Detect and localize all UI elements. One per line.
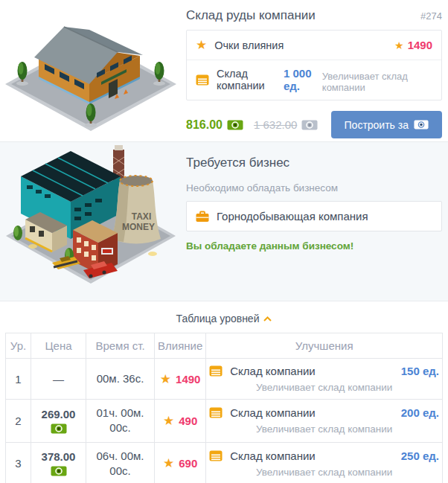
storage-value: 1 000 ед. — [284, 67, 322, 92]
upgrade-value: 150 ед. — [401, 365, 439, 377]
upgrade-name: Склад компании — [230, 450, 315, 462]
money-icon — [51, 466, 67, 476]
chevron-up-icon — [263, 316, 272, 322]
money-icon — [301, 120, 318, 130]
tower-watermark-line2: MONEY — [122, 222, 155, 232]
levels-table: Ур. Цена Время ст. Влияние Улучшения 1 —… — [5, 333, 443, 483]
upgrade-value: 250 ед. — [401, 450, 439, 462]
upgrade-name: Склад компании — [230, 406, 315, 419]
col-influence: Влияние — [155, 333, 206, 359]
briefcase-icon — [196, 211, 209, 223]
table-row: 2 269.00 01ч. 00м. 00с. ★490 — [6, 400, 443, 443]
business-owned-status: Вы обладаете данным бизнесом! — [186, 240, 442, 252]
money-icon — [227, 120, 243, 130]
warehouse-icon — [209, 450, 223, 461]
required-business-section: TAXI MONEY — [0, 141, 448, 301]
table-row: 1 — 00м. 36с. ★1490 Склад компании 150 е… — [6, 359, 443, 400]
levels-table-title: Таблица уровней — [176, 313, 260, 324]
warehouse-image — [0, 0, 182, 141]
warehouse-illustration — [0, 0, 182, 141]
build-button-label: Построить за — [345, 119, 409, 131]
upgrade-cell: Склад компании 200 ед. Увеличивает склад… — [206, 400, 443, 443]
price-row: 816.00 1 632.00 Построить за — [186, 111, 442, 138]
star-icon: ★ — [163, 414, 174, 428]
time-cell: 01ч. 00м. 00с. — [86, 400, 155, 443]
warehouse-icon — [209, 407, 223, 418]
title-row: Склад руды компании #274 — [186, 8, 442, 23]
star-icon: ★ — [394, 39, 404, 51]
star-icon: ★ — [163, 456, 174, 470]
business-link[interactable]: Горнодобывающая компания — [186, 201, 442, 231]
tower-watermark-line1: TAXI — [132, 211, 151, 222]
influence-value: ★1490 — [394, 39, 432, 51]
influence-cell: ★490 — [155, 400, 206, 443]
levels-table-section: Таблица уровней Ур. Цена Время ст. Влиян… — [0, 301, 448, 483]
upgrade-description: Увеличивает склад компании — [209, 467, 439, 478]
build-button[interactable]: Построить за — [331, 111, 442, 138]
level-cell: 3 — [6, 442, 31, 483]
star-icon: ★ — [160, 372, 171, 386]
page-title: Склад руды компании — [186, 8, 316, 23]
storage-description: Увеличивает склад компании — [322, 71, 432, 93]
business-name: Горнодобывающая компания — [217, 210, 368, 223]
influence-row: ★ Очки влияния ★1490 — [187, 31, 441, 60]
upgrade-cell: Склад компании 150 ед. Увеличивает склад… — [206, 359, 443, 400]
price-cell: 378.00 — [31, 442, 86, 483]
influence-label: Очки влияния — [214, 39, 284, 51]
price-cell: 269.00 — [31, 400, 86, 443]
factory-illustration: TAXI MONEY — [0, 142, 182, 295]
money-icon — [51, 423, 67, 434]
storage-label: Склад компании — [217, 68, 284, 92]
influence-cell: ★690 — [155, 442, 206, 483]
star-icon: ★ — [196, 37, 207, 53]
levels-table-toggle[interactable]: Таблица уровней — [5, 313, 443, 324]
col-time: Время ст. — [86, 333, 155, 359]
influence-cell: ★1490 — [155, 359, 206, 400]
price-cell: — — [31, 359, 86, 400]
upgrade-description: Увеличивает склад компании — [209, 423, 439, 435]
money-icon — [414, 120, 429, 129]
factory-image: TAXI MONEY — [0, 142, 182, 301]
time-cell: 00м. 36с. — [86, 359, 155, 400]
storage-row: Склад компании 1 000 ед. Увеличивает скл… — [187, 60, 441, 100]
upgrade-name: Склад компании — [230, 365, 315, 377]
building-stats-card: ★ Очки влияния ★1490 Склад компании 1 00… — [186, 30, 442, 100]
warehouse-icon — [196, 74, 209, 86]
time-cell: 06ч. 00м. 00с. — [86, 442, 155, 483]
table-header-row: Ур. Цена Время ст. Влияние Улучшения — [6, 333, 443, 359]
col-level: Ур. — [6, 333, 31, 359]
warehouse-icon — [209, 365, 223, 377]
level-cell: 1 — [6, 359, 31, 400]
upgrade-value: 200 ед. — [401, 406, 439, 419]
col-price: Цена — [31, 333, 86, 359]
upgrade-description: Увеличивает склад компании — [209, 382, 439, 393]
current-price: 816.00 — [186, 118, 243, 132]
building-id: #274 — [420, 10, 442, 22]
table-row: 3 378.00 06ч. 00м. 00с. ★690 — [6, 442, 443, 483]
required-business-subtitle: Необходимо обладать бизнесом — [186, 182, 442, 193]
required-business-title: Требуется бизнес — [186, 156, 442, 170]
old-price: 1 632.00 — [254, 118, 318, 131]
col-upgrades: Улучшения — [206, 333, 443, 359]
building-header-section: Склад руды компании #274 ★ Очки влияния … — [0, 0, 448, 141]
level-cell: 2 — [6, 400, 31, 443]
upgrade-cell: Склад компании 250 ед. Увеличивает склад… — [206, 442, 443, 483]
